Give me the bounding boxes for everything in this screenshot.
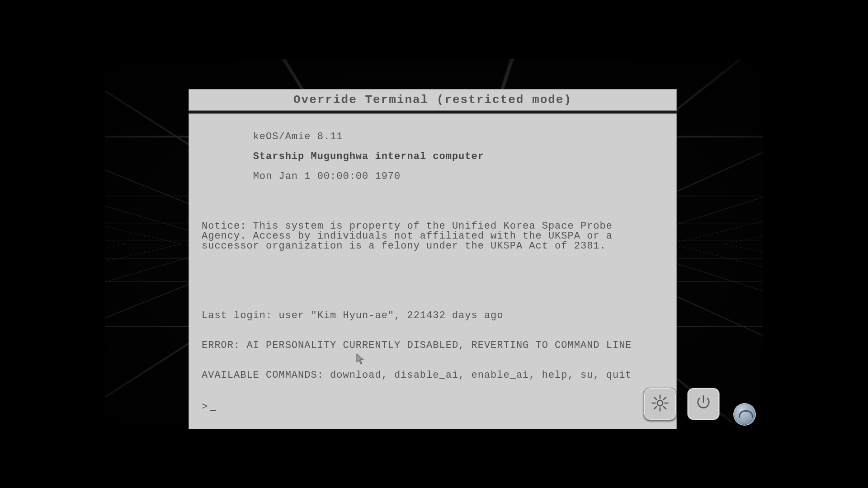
svg-line-5 bbox=[654, 397, 656, 399]
command-input[interactable] bbox=[218, 401, 634, 413]
text-cursor bbox=[210, 403, 216, 411]
svg-point-0 bbox=[657, 400, 663, 405]
hud-button-group bbox=[644, 388, 720, 420]
window-title: Override Terminal (restricted mode) bbox=[189, 89, 677, 111]
svg-line-8 bbox=[654, 406, 656, 408]
svg-line-6 bbox=[664, 406, 666, 408]
site-watermark-icon bbox=[734, 404, 755, 425]
game-viewport: Override Terminal (restricted mode) keOS… bbox=[105, 59, 763, 429]
error-line: ERROR: AI PERSONALITY CURRENTLY DISABLED… bbox=[202, 341, 664, 351]
power-icon bbox=[694, 394, 713, 415]
power-button[interactable] bbox=[687, 388, 720, 420]
os-version: keOS/Amie 8.11 bbox=[253, 131, 343, 142]
terminal-window: Override Terminal (restricted mode) keOS… bbox=[189, 89, 677, 429]
svg-line-7 bbox=[664, 397, 666, 399]
settings-button[interactable] bbox=[644, 388, 676, 420]
available-commands-line: AVAILABLE COMMANDS: download, disable_ai… bbox=[202, 371, 664, 380]
system-datetime: Mon Jan 1 00:00:00 1970 bbox=[253, 171, 401, 182]
last-login-line: Last login: user "Kim Hyun-ae", 221432 d… bbox=[202, 311, 664, 321]
prompt-row[interactable]: > bbox=[202, 401, 664, 413]
ship-name: Starship Mugunghwa internal computer bbox=[253, 151, 484, 162]
prompt-symbol: > bbox=[202, 402, 208, 412]
terminal-body: keOS/Amie 8.11 Starship Mugunghwa intern… bbox=[189, 113, 677, 429]
gear-icon bbox=[651, 394, 670, 415]
system-header-line: keOS/Amie 8.11 Starship Mugunghwa intern… bbox=[202, 122, 664, 192]
legal-notice: Notice: This system is property of the U… bbox=[202, 221, 664, 251]
log-block: Last login: user "Kim Hyun-ae", 221432 d… bbox=[202, 291, 664, 429]
